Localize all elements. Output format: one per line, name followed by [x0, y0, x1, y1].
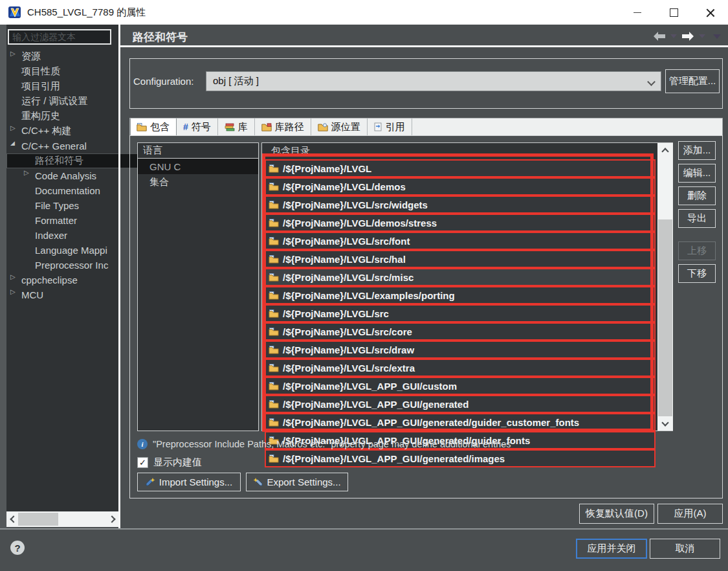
tree-item[interactable]: File Types: [6, 198, 118, 213]
tree-item[interactable]: 资源: [6, 49, 118, 64]
include-path-row[interactable]: /${ProjName}/LVGL_APP_GUI/generated/imag…: [265, 449, 656, 467]
include-path-label: /${ProjName}/LVGL_APP_GUI/generated: [283, 399, 469, 410]
languages-pane: 语言 GNU C 集合: [137, 142, 259, 431]
tree-item[interactable]: Code Analysis: [6, 168, 118, 183]
include-folder-icon: [269, 183, 279, 191]
scroll-right-icon[interactable]: [107, 511, 118, 527]
tree-expand-icon[interactable]: [10, 288, 19, 295]
filter-input[interactable]: [8, 29, 111, 45]
tree-item[interactable]: 运行 / 调试设置: [6, 94, 118, 109]
tree-expand-icon[interactable]: [10, 124, 19, 131]
tab-references[interactable]: 引用: [368, 118, 412, 135]
tab-symbols[interactable]: # 符号: [177, 118, 218, 135]
tree-item[interactable]: cppcheclipse: [6, 273, 118, 287]
cancel-button[interactable]: 取消: [650, 539, 720, 559]
sidebar-horizontal-scrollbar[interactable]: [6, 511, 118, 527]
export-settings-button[interactable]: Export Settings...: [246, 473, 348, 491]
tree-item-label: cppcheclipse: [21, 274, 78, 286]
tree-item[interactable]: Indexer: [6, 228, 118, 243]
include-path-row[interactable]: /${ProjName}/LVGL_APP_GUI/generated: [265, 395, 656, 413]
tree-item[interactable]: Formatter: [6, 213, 118, 228]
configuration-label: Configuration:: [133, 76, 193, 87]
include-path-row[interactable]: /${ProjName}/LVGL/examples/porting: [265, 286, 656, 304]
tree-item[interactable]: 项目性质: [6, 64, 118, 79]
include-path-row[interactable]: /${ProjName}/LVGL/src/core: [265, 322, 656, 341]
tree-expand-icon[interactable]: [10, 139, 19, 146]
configuration-select[interactable]: obj [ 活动 ]: [206, 71, 661, 91]
include-list-scrollbar[interactable]: [657, 143, 673, 431]
tree-item[interactable]: C/C++ 构建: [6, 124, 118, 139]
include-path-row[interactable]: /${ProjName}/LVGL_APP_GUI/custom: [265, 377, 656, 395]
tab-libraries[interactable]: 库: [218, 118, 255, 135]
tree-item[interactable]: C/C++ General: [6, 139, 118, 153]
include-path-row[interactable]: /${ProjName}/LVGL/src/misc: [265, 268, 656, 286]
scroll-down-icon[interactable]: [657, 416, 673, 431]
titlebar: CH585_LVGL_7789 的属性: [0, 0, 728, 25]
tree-item[interactable]: Preprocessor Inc: [6, 258, 118, 273]
close-button[interactable]: [692, 0, 728, 25]
scrollbar-thumb[interactable]: [658, 219, 672, 416]
import-settings-button[interactable]: Import Settings...: [137, 473, 241, 491]
tab-includes[interactable]: 包含: [130, 118, 177, 135]
language-item[interactable]: GNU C: [138, 159, 258, 174]
tab-source-location[interactable]: 源位置: [311, 118, 368, 135]
move-down-button[interactable]: 下移: [678, 264, 716, 283]
restore-defaults-button[interactable]: 恢复默认值(D): [579, 504, 654, 524]
forward-history-chevron-icon[interactable]: [699, 34, 705, 38]
library-icon: [225, 123, 235, 131]
move-up-button[interactable]: 上移: [678, 241, 716, 260]
forward-arrow-icon[interactable]: [681, 31, 695, 41]
include-path-row[interactable]: /${ProjName}/LVGL/src/font: [265, 232, 656, 250]
chevron-down-icon: [647, 78, 656, 86]
scroll-left-icon[interactable]: [6, 511, 18, 527]
tree-item[interactable]: 重构历史: [6, 109, 118, 124]
tree-item[interactable]: MCU: [6, 287, 118, 302]
include-path-row[interactable]: /${ProjName}/LVGL/src: [265, 304, 656, 322]
tree-item-label: Language Mappi: [35, 245, 107, 256]
tab-library-paths[interactable]: 库路径: [255, 118, 311, 135]
tree-item[interactable]: Documentation: [6, 183, 118, 198]
language-label: GNU C: [149, 161, 181, 172]
edit-button[interactable]: 编辑...: [678, 164, 716, 183]
include-folder-icon: [269, 201, 279, 209]
tree-item[interactable]: 项目引用: [6, 79, 118, 94]
include-folder-icon: [269, 364, 279, 372]
add-button[interactable]: 添加...: [678, 141, 716, 160]
help-icon[interactable]: ?: [10, 541, 25, 555]
delete-button[interactable]: 删除: [678, 186, 716, 205]
apply-and-close-button[interactable]: 应用并关闭: [576, 539, 647, 559]
tree-expand-icon[interactable]: [24, 169, 33, 176]
back-history-chevron-icon[interactable]: [670, 34, 677, 38]
include-path-row[interactable]: /${ProjName}/LVGL/src/hal: [265, 250, 656, 268]
scroll-up-icon[interactable]: [657, 143, 673, 157]
include-folder-icon: [269, 219, 279, 227]
close-icon: [706, 8, 714, 17]
tree-expand-icon[interactable]: [10, 273, 19, 280]
manage-configurations-button[interactable]: 管理配置...: [665, 69, 720, 93]
sidebar: 资源 项目性质 项目引用 运行 / 调试设置: [6, 25, 118, 511]
sidebar-splitter[interactable]: [118, 25, 120, 529]
maximize-button[interactable]: [656, 0, 692, 25]
include-path-row[interactable]: /${ProjName}/LVGL/src/extra: [265, 359, 656, 377]
tree-expand-icon[interactable]: [10, 50, 19, 57]
include-path-row[interactable]: /${ProjName}/LVGL/demos: [265, 177, 656, 196]
include-path-row[interactable]: /${ProjName}/LVGL/src/widgets: [265, 196, 656, 214]
scrollbar-thumb[interactable]: [18, 513, 58, 526]
include-path-row[interactable]: /${ProjName}/LVGL/src/draw: [265, 341, 656, 359]
tree-item-label: 项目性质: [21, 65, 60, 78]
include-path-row[interactable]: /${ProjName}/LVGL: [265, 159, 656, 177]
view-menu-chevron-icon[interactable]: [713, 34, 721, 39]
apply-button[interactable]: 应用(A): [657, 504, 723, 524]
language-item[interactable]: 集合: [138, 174, 258, 190]
include-path-row[interactable]: /${ProjName}/LVGL_APP_GUI/generated/guid…: [265, 413, 656, 431]
minimize-button[interactable]: [619, 0, 656, 25]
window-title: CH585_LVGL_7789 的属性: [27, 6, 146, 19]
tree-item[interactable]: Language Mappi: [6, 243, 118, 258]
back-arrow-icon[interactable]: [652, 31, 667, 41]
include-path-row[interactable]: /${ProjName}/LVGL/demos/stress: [265, 214, 656, 232]
languages-header: 语言: [138, 143, 258, 159]
tab-label: 引用: [386, 121, 405, 133]
export-button[interactable]: 导出: [678, 209, 716, 228]
tree-item-label: Preprocessor Inc: [35, 260, 108, 271]
show-builtin-checkbox[interactable]: ✓: [137, 457, 148, 468]
